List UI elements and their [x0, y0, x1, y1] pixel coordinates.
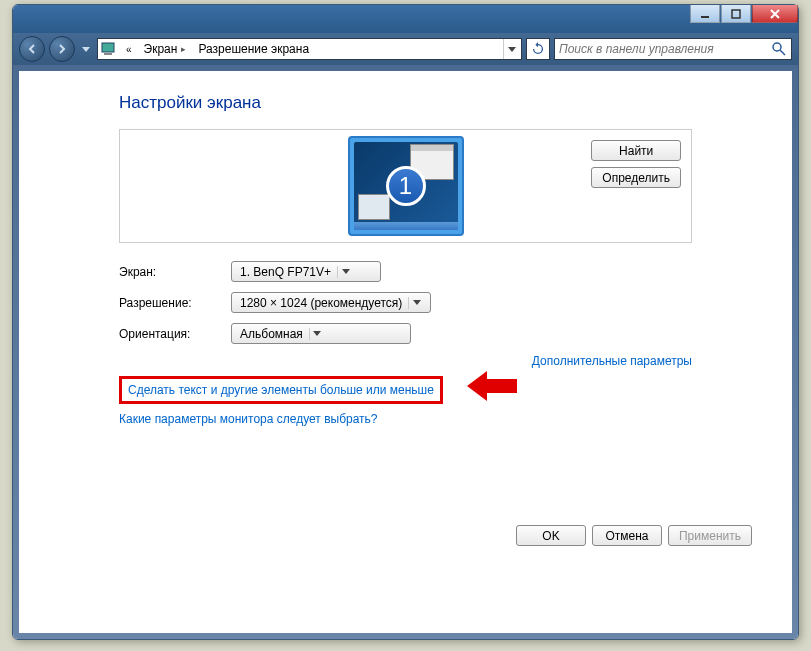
breadcrumb-label: Экран	[144, 42, 178, 56]
text-size-link[interactable]: Сделать текст и другие элементы больше и…	[128, 383, 434, 397]
svg-line-5	[780, 50, 785, 55]
annotation-arrow-icon	[467, 371, 517, 401]
search-box[interactable]	[554, 38, 792, 60]
orientation-dropdown[interactable]: Альбомная	[231, 323, 411, 344]
search-input[interactable]	[559, 42, 771, 56]
navbar: « Экран ▸ Разрешение экрана	[13, 33, 798, 65]
resolution-value: 1280 × 1024 (рекомендуется)	[240, 296, 402, 310]
svg-rect-0	[701, 16, 709, 18]
monitor-icon	[100, 41, 118, 57]
search-icon[interactable]	[771, 41, 787, 57]
svg-point-4	[773, 43, 781, 51]
cancel-button[interactable]: Отмена	[592, 525, 662, 546]
dialog-buttons: OK Отмена Применить	[516, 525, 752, 546]
orientation-value: Альбомная	[240, 327, 303, 341]
display-preview-panel: 1 Найти Определить	[119, 129, 692, 243]
breadcrumb-resolution[interactable]: Разрешение экрана	[194, 42, 313, 56]
close-button[interactable]	[752, 5, 798, 23]
content-area: Настройки экрана 1 Найти Определить Экра…	[19, 71, 792, 633]
minimize-button[interactable]	[690, 5, 720, 23]
annotation-highlight: Сделать текст и другие элементы больше и…	[119, 376, 443, 404]
forward-button[interactable]	[49, 36, 75, 62]
display-label: Экран:	[119, 265, 231, 279]
resolution-label: Разрешение:	[119, 296, 231, 310]
refresh-button[interactable]	[526, 38, 550, 60]
monitor-number: 1	[386, 166, 426, 206]
detect-button[interactable]: Определить	[591, 167, 681, 188]
maximize-button[interactable]	[721, 5, 751, 23]
settings-form: Экран: 1. BenQ FP71V+ Разрешение: 1280 ×…	[119, 261, 692, 344]
back-button[interactable]	[19, 36, 45, 62]
content-frame: Настройки экрана 1 Найти Определить Экра…	[13, 65, 798, 639]
nav-history-dropdown[interactable]	[79, 39, 93, 59]
display-dropdown[interactable]: 1. BenQ FP71V+	[231, 261, 381, 282]
ok-button[interactable]: OK	[516, 525, 586, 546]
breadcrumb-back-icon[interactable]: «	[122, 44, 136, 55]
chevron-right-icon: ▸	[181, 44, 186, 54]
orientation-label: Ориентация:	[119, 327, 231, 341]
titlebar	[13, 5, 798, 33]
svg-rect-1	[732, 10, 740, 18]
apply-button[interactable]: Применить	[668, 525, 752, 546]
svg-rect-3	[104, 53, 112, 55]
resolution-dropdown[interactable]: 1280 × 1024 (рекомендуется)	[231, 292, 431, 313]
address-bar[interactable]: « Экран ▸ Разрешение экрана	[97, 38, 522, 60]
find-button[interactable]: Найти	[591, 140, 681, 161]
svg-rect-2	[102, 43, 114, 52]
chevron-down-icon	[408, 297, 420, 309]
explorer-window: « Экран ▸ Разрешение экрана Настройки эк…	[12, 4, 799, 640]
advanced-settings-link[interactable]: Дополнительные параметры	[532, 354, 692, 368]
breadcrumb-label: Разрешение экрана	[198, 42, 309, 56]
help-link[interactable]: Какие параметры монитора следует выбрать…	[119, 412, 378, 426]
chevron-down-icon	[337, 266, 349, 278]
display-value: 1. BenQ FP71V+	[240, 265, 331, 279]
monitor-thumbnail[interactable]: 1	[348, 136, 464, 236]
chevron-down-icon	[309, 328, 321, 340]
page-title: Настройки экрана	[119, 93, 692, 113]
breadcrumb-screen[interactable]: Экран ▸	[140, 42, 191, 56]
address-dropdown[interactable]	[503, 39, 519, 59]
